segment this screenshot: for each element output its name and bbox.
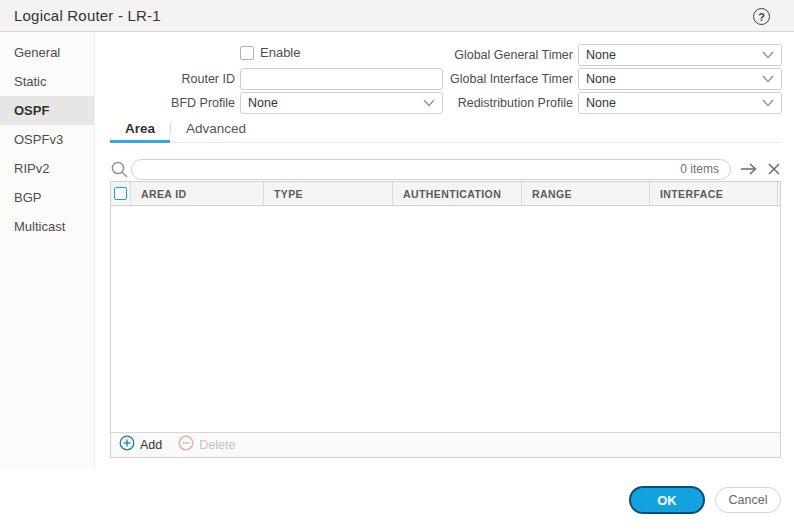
global-general-timer-select[interactable]: None (578, 44, 782, 66)
table-search-row: 0 items (110, 158, 781, 180)
delete-label: Delete (199, 438, 235, 452)
bfd-profile-label: BFD Profile (95, 92, 235, 114)
global-interface-timer-select[interactable]: None (578, 68, 782, 90)
sidebar-nav: General Static OSPF OSPFv3 RIPv2 BGP Mul… (0, 32, 95, 470)
global-general-timer-value: None (586, 48, 616, 62)
add-label: Add (140, 438, 162, 452)
enable-checkbox[interactable] (240, 46, 254, 60)
clear-filter-close-icon[interactable] (767, 162, 781, 176)
add-plus-icon (119, 435, 135, 455)
chevron-down-icon (762, 75, 774, 83)
column-header-range[interactable]: RANGE (522, 182, 650, 205)
logical-router-dialog: Logical Router - LR-1 ? General Static O… (0, 0, 794, 530)
items-count: 0 items (680, 160, 719, 179)
column-header-area-id[interactable]: AREA ID (131, 182, 264, 205)
redistribution-profile-value: None (586, 96, 616, 110)
apply-filter-arrow-icon[interactable] (740, 162, 758, 176)
delete-button[interactable]: Delete (178, 435, 235, 455)
ok-button[interactable]: OK (629, 486, 705, 514)
bfd-profile-select[interactable]: None (240, 92, 443, 114)
sidebar-item-general[interactable]: General (0, 38, 94, 67)
router-id-input[interactable] (240, 68, 443, 90)
column-header-type[interactable]: TYPE (264, 182, 393, 205)
bfd-profile-value: None (248, 96, 278, 110)
table-body-empty (111, 206, 780, 432)
search-input[interactable]: 0 items (131, 159, 731, 180)
sidebar-item-ospfv3[interactable]: OSPFv3 (0, 125, 94, 154)
dialog-body: General Static OSPF OSPFv3 RIPv2 BGP Mul… (0, 32, 794, 470)
sidebar-item-bgp[interactable]: BGP (0, 183, 94, 212)
column-header-gutter (778, 182, 788, 205)
sidebar-item-ripv2[interactable]: RIPv2 (0, 154, 94, 183)
help-icon[interactable]: ? (753, 8, 770, 25)
enable-row: Enable (240, 45, 300, 60)
chevron-down-icon (762, 99, 774, 107)
enable-label: Enable (260, 45, 300, 60)
tab-bar: Area Advanced (110, 116, 781, 143)
dialog-footer: OK Cancel (0, 470, 794, 530)
sidebar-item-static[interactable]: Static (0, 67, 94, 96)
sidebar-item-multicast[interactable]: Multicast (0, 212, 94, 241)
delete-minus-icon (178, 435, 194, 455)
global-interface-timer-value: None (586, 72, 616, 86)
router-id-label: Router ID (95, 68, 235, 90)
add-button[interactable]: Add (119, 435, 162, 455)
ospf-panel: Enable Router ID BFD Profile None Global… (95, 32, 794, 470)
column-header-interface[interactable]: INTERFACE (650, 182, 778, 205)
column-header-authentication[interactable]: AUTHENTICATION (393, 182, 522, 205)
select-all-checkbox[interactable] (114, 187, 127, 200)
tab-area[interactable]: Area (110, 116, 170, 143)
select-all-cell (111, 182, 131, 205)
help-glyph: ? (758, 11, 765, 23)
dialog-title: Logical Router - LR-1 (14, 7, 161, 24)
redistribution-profile-select[interactable]: None (578, 92, 782, 114)
area-table: AREA ID TYPE AUTHENTICATION RANGE INTERF… (110, 181, 781, 458)
table-action-bar: Add Delete (111, 432, 780, 457)
global-general-timer-label: Global General Timer (435, 44, 573, 66)
redistribution-profile-label: Redistribution Profile (435, 92, 573, 114)
tab-advanced[interactable]: Advanced (171, 116, 261, 143)
dialog-titlebar: Logical Router - LR-1 ? (0, 0, 794, 32)
sidebar-item-ospf[interactable]: OSPF (0, 96, 94, 125)
chevron-down-icon (762, 51, 774, 59)
global-interface-timer-label: Global Interface Timer (435, 68, 573, 90)
cancel-button[interactable]: Cancel (715, 487, 781, 513)
chevron-down-icon (423, 99, 435, 107)
search-icon[interactable] (110, 160, 129, 179)
table-header-row: AREA ID TYPE AUTHENTICATION RANGE INTERF… (111, 182, 780, 206)
